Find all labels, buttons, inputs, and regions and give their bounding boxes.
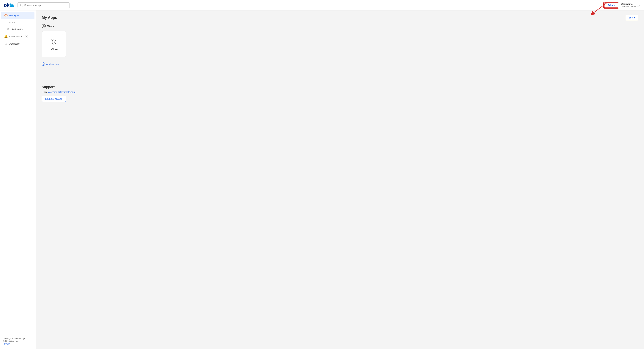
sidebar-item-label-work: Work — [9, 21, 15, 24]
grid-icon: ⊞ — [4, 42, 8, 46]
sidebar-item-label-add-apps: Add apps — [9, 42, 20, 45]
support-title: Support — [42, 85, 638, 89]
main-content: My Apps Sort ▾ ⊙ Work ··· — [36, 11, 644, 349]
main-header: My Apps Sort ▾ — [42, 15, 638, 20]
admin-button-wrapper: Admin — [604, 3, 618, 8]
header: okta Admin Username okta-trial-12345678 … — [0, 0, 644, 11]
svg-line-11 — [55, 40, 56, 41]
svg-line-1 — [22, 6, 23, 6]
work-section-icon: ⊙ — [42, 24, 46, 28]
privacy-link[interactable]: Privacy — [3, 343, 32, 345]
search-bar[interactable] — [18, 3, 70, 8]
sidebar-item-my-apps[interactable]: 🏠 My Apps — [1, 12, 34, 19]
sort-chevron-icon: ▾ — [634, 16, 635, 19]
app-card-osticket[interactable]: ··· — [42, 31, 66, 57]
support-help-prefix: Help: — [42, 91, 48, 93]
support-email-link[interactable]: youremail@example.com — [48, 91, 76, 93]
user-info[interactable]: Username okta-trial-12345678 ▾ — [621, 3, 640, 8]
search-icon — [20, 4, 23, 7]
sort-label: Sort — [628, 16, 633, 19]
search-input[interactable] — [24, 4, 67, 7]
work-section-header: ⊙ Work — [42, 24, 638, 28]
copyright: © 2023 Okta, Inc. — [3, 340, 32, 342]
svg-line-9 — [52, 40, 52, 41]
home-icon: 🏠 — [4, 14, 8, 17]
work-section-title: Work — [47, 25, 54, 28]
sidebar: 🏠 My Apps Work ⊕ Add section 🔔 Notificat… — [0, 11, 36, 349]
user-sub: okta-trial-12345678 — [621, 6, 638, 8]
add-section-link[interactable]: + Add section — [42, 63, 638, 66]
layout: 🏠 My Apps Work ⊕ Add section 🔔 Notificat… — [0, 11, 644, 349]
sidebar-footer: Last sign in: an hour ago © 2023 Okta, I… — [0, 335, 36, 347]
header-right: Admin Username okta-trial-12345678 ▾ — [604, 3, 640, 8]
app-icon-gear — [50, 38, 58, 46]
sidebar-item-label-my-apps: My Apps — [9, 14, 20, 17]
sidebar-item-add-section[interactable]: ⊕ Add section — [1, 26, 34, 33]
app-menu-button[interactable]: ··· — [61, 33, 64, 36]
user-name: Username — [621, 3, 638, 6]
app-name-osticket: osTicket — [50, 48, 58, 51]
svg-line-10 — [55, 44, 56, 44]
sidebar-item-add-apps[interactable]: ⊞ Add apps — [1, 40, 34, 47]
sidebar-item-label-notifications: Notifications — [9, 35, 22, 38]
sidebar-item-work[interactable]: Work — [1, 20, 34, 26]
support-help: Help: youremail@example.com — [42, 91, 638, 93]
request-app-button[interactable]: Request an app — [42, 96, 66, 102]
bell-icon: 🔔 — [4, 35, 8, 38]
last-sign-in: Last sign in: an hour ago — [3, 337, 32, 340]
plus-circle-icon: ⊕ — [6, 28, 10, 31]
admin-button[interactable]: Admin — [604, 3, 618, 8]
add-section-label: Add section — [46, 63, 59, 66]
page-title: My Apps — [42, 16, 57, 20]
apps-grid: ··· — [42, 31, 638, 57]
sidebar-item-notifications[interactable]: 🔔 Notifications 1 — [1, 33, 34, 40]
svg-point-4 — [53, 41, 55, 43]
notifications-badge: 1 — [25, 35, 28, 38]
chevron-down-icon: ▾ — [639, 4, 640, 6]
okta-logo: okta — [4, 2, 14, 8]
support-section: Support Help: youremail@example.com Requ… — [42, 81, 638, 102]
add-section-circle-icon: + — [42, 63, 45, 66]
sidebar-item-label-add-section: Add section — [12, 28, 24, 31]
sort-button[interactable]: Sort ▾ — [626, 15, 638, 20]
header-left: okta — [4, 2, 70, 8]
user-text: Username okta-trial-12345678 — [621, 3, 638, 8]
svg-line-12 — [52, 44, 52, 44]
